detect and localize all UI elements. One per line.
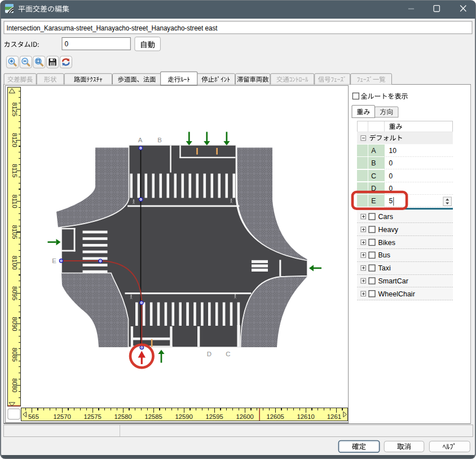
svg-text:8110: 8110 bbox=[11, 195, 18, 208]
svg-text:A: A bbox=[138, 137, 143, 143]
svg-text:C: C bbox=[226, 351, 230, 357]
svg-text:Bikes: Bikes bbox=[378, 239, 396, 247]
svg-text:B: B bbox=[371, 159, 376, 167]
svg-text:Taxi: Taxi bbox=[378, 264, 391, 272]
svg-text:SmartCar: SmartCar bbox=[378, 277, 408, 285]
svg-text:8095: 8095 bbox=[11, 286, 18, 300]
svg-text:8115: 8115 bbox=[11, 164, 18, 177]
svg-text:0: 0 bbox=[65, 40, 69, 48]
svg-text:5: 5 bbox=[389, 197, 393, 205]
svg-text:B: B bbox=[157, 137, 162, 143]
svg-text:D: D bbox=[207, 351, 211, 357]
svg-text:12600: 12600 bbox=[236, 413, 253, 420]
svg-text:8090: 8090 bbox=[11, 317, 18, 331]
svg-text:8105: 8105 bbox=[11, 225, 18, 239]
svg-text:8085: 8085 bbox=[11, 348, 18, 362]
svg-text:10: 10 bbox=[389, 147, 397, 155]
svg-text:E: E bbox=[371, 197, 376, 205]
svg-text:Heavy: Heavy bbox=[378, 226, 399, 234]
svg-text:Bus: Bus bbox=[378, 251, 391, 259]
svg-text:A: A bbox=[371, 147, 376, 155]
svg-text:WheelChair: WheelChair bbox=[378, 290, 415, 298]
svg-text:8100: 8100 bbox=[11, 256, 18, 270]
svg-text:E: E bbox=[52, 257, 56, 264]
svg-text:12590: 12590 bbox=[175, 413, 192, 420]
svg-text:Intersection_Karasuma-street_H: Intersection_Karasuma-street_Hanayacho-s… bbox=[7, 24, 218, 32]
svg-text:Cars: Cars bbox=[378, 213, 393, 221]
svg-text:1261: 1261 bbox=[327, 413, 341, 420]
svg-text:12610: 12610 bbox=[297, 413, 314, 420]
svg-text:12585: 12585 bbox=[144, 413, 162, 420]
svg-text:565: 565 bbox=[28, 413, 39, 420]
svg-text:12605: 12605 bbox=[266, 413, 284, 420]
svg-text:12595: 12595 bbox=[205, 413, 223, 420]
svg-text:12575: 12575 bbox=[83, 413, 101, 420]
svg-text:0: 0 bbox=[389, 159, 393, 167]
svg-text:12580: 12580 bbox=[114, 413, 131, 420]
svg-text:C: C bbox=[371, 172, 376, 180]
svg-text:8080: 8080 bbox=[11, 378, 18, 392]
svg-text:8125: 8125 bbox=[11, 102, 18, 116]
svg-text:12570: 12570 bbox=[53, 413, 70, 420]
svg-text:8120: 8120 bbox=[11, 133, 18, 147]
svg-text:0: 0 bbox=[389, 172, 393, 180]
